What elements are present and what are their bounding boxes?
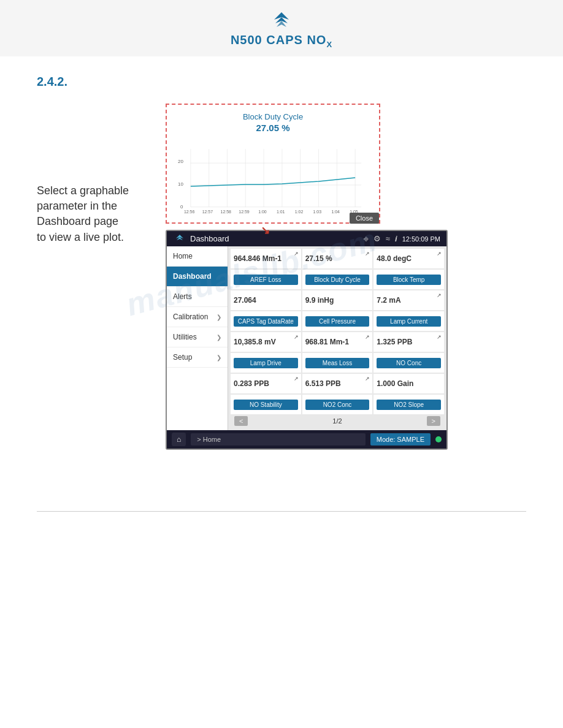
grid-cell-aref-val: 964.846 Mm-1 ↗ [231, 249, 301, 268]
svg-text:1:04: 1:04 [331, 210, 340, 214]
svg-text:1:00: 1:00 [258, 210, 267, 214]
grid-cell-no2c-label[interactable]: NO2 Conc [302, 395, 373, 414]
page-header: N500 CAPS NOX [0, 0, 563, 56]
grid-cell-bdc-label[interactable]: Block Duty Cycle [302, 270, 373, 289]
no2-value: 6.513 PPB [305, 379, 341, 388]
lc-value: 7.2 mA [377, 296, 400, 305]
grid-cell-ld-val: 10,385.8 mV ↗ [231, 332, 301, 352]
nos-graph-icon[interactable]: ↗ [294, 376, 299, 382]
device-sidebar: Home Dashboard Alerts Calibration ❯ [167, 246, 228, 430]
no-graph-icon[interactable]: ↗ [437, 334, 442, 340]
lc-graph-icon[interactable]: ↗ [437, 292, 442, 298]
ctdr-value: 27.064 [234, 296, 256, 305]
ml-graph-icon[interactable]: ↗ [365, 334, 370, 340]
footer-breadcrumb: > Home [191, 433, 365, 446]
bdc-graph-icon[interactable]: ↗ [365, 251, 370, 257]
aref-value: 964.846 Mm-1 [234, 254, 282, 263]
sidebar-label-utilities: Utilities [173, 333, 197, 341]
grid-cell-ml-label[interactable]: Meas Loss [302, 353, 373, 373]
footer-home-button[interactable]: ⌂ [172, 433, 186, 446]
sidebar-item-calibration[interactable]: Calibration ❯ [167, 307, 228, 327]
grid-cell-cp-val: 9.9 inHg [302, 290, 373, 310]
svg-text:1:03: 1:03 [313, 210, 322, 214]
chart-title: Block Duty Cycle [175, 112, 370, 121]
sidebar-item-alerts[interactable]: Alerts [167, 287, 228, 307]
arrow-indicator: ↘ [261, 224, 270, 237]
no2s-value: 1.000 Gain [377, 379, 413, 388]
svg-text:12:59: 12:59 [239, 210, 250, 214]
device-body: Home Dashboard Alerts Calibration ❯ [167, 246, 446, 430]
cell-pressure-button[interactable]: Cell Pressure [305, 316, 370, 327]
aref-graph-icon[interactable]: ↗ [294, 251, 299, 257]
grid-cell-aref-label[interactable]: AREF Loss [231, 270, 301, 289]
no-stability-button[interactable]: NO Stability [234, 400, 298, 410]
dashboard-grid: 964.846 Mm-1 ↗ 27.15 % ↗ 48.0 degC ↗ [231, 249, 444, 414]
sidebar-item-utilities[interactable]: Utilities ❯ [167, 327, 228, 347]
ld-graph-icon[interactable]: ↗ [294, 334, 299, 340]
teledyne-logo-icon [267, 11, 296, 31]
grid-cell-no2sl-label[interactable]: NO2 Slope [373, 395, 444, 414]
meas-loss-button[interactable]: Meas Loss [305, 358, 370, 368]
sidebar-item-home[interactable]: Home [167, 246, 228, 267]
nos-value: 0.283 PPB [234, 379, 269, 388]
sidebar-label-home: Home [173, 252, 193, 260]
caps-tag-datarate-button[interactable]: CAPS Tag DataRate [234, 316, 298, 327]
grid-cell-bt-label[interactable]: Block Temp [373, 270, 444, 289]
grid-cell-nos-label[interactable]: NO Stability [231, 395, 301, 414]
device-main: 964.846 Mm-1 ↗ 27.15 % ↗ 48.0 degC ↗ [228, 246, 446, 430]
page-title: N500 CAPS NOX [231, 33, 332, 49]
grid-cell-cp-label[interactable]: Cell Pressure [302, 311, 373, 331]
sidebar-label-setup: Setup [173, 353, 192, 362]
svg-text:1:02: 1:02 [295, 210, 304, 214]
lamp-current-button[interactable]: Lamp Current [377, 316, 441, 327]
right-content: Block Duty Cycle 27.05 % 0 10 20 [159, 104, 526, 450]
grid-cell-lc-val: 7.2 mA ↗ [373, 290, 444, 310]
cp-value: 9.9 inHg [305, 296, 334, 305]
ld-value: 10,385.8 mV [234, 338, 276, 346]
sidebar-label-dashboard: Dashboard [173, 272, 212, 281]
svg-text:12:56: 12:56 [184, 210, 195, 214]
footer-mode: Mode: SAMPLE [370, 433, 431, 446]
block-duty-cycle-button[interactable]: Block Duty Cycle [305, 275, 370, 285]
grid-cell-bt-val: 48.0 degC ↗ [373, 249, 444, 268]
bdc-value: 27.15 % [305, 254, 332, 263]
grid-cell-ctdr-label[interactable]: CAPS Tag DataRate [231, 311, 301, 331]
bt-value: 48.0 degC [377, 254, 412, 263]
device-time: 12:50:09 PM [402, 235, 440, 243]
sidebar-item-dashboard[interactable]: Dashboard [167, 267, 228, 287]
grid-cell-no2-val: 6.513 PPB ↗ [302, 374, 373, 393]
no2-slope-button[interactable]: NO2 Slope [377, 400, 441, 410]
page-footer-line [37, 511, 526, 512]
setup-chevron-icon: ❯ [216, 354, 221, 361]
grid-cell-lc-label[interactable]: Lamp Current [373, 311, 444, 331]
svg-text:20: 20 [178, 159, 183, 164]
no2-conc-button[interactable]: NO2 Conc [305, 400, 370, 410]
grid-cell-nos-val: 0.283 PPB ↗ [231, 374, 301, 393]
grid-cell-ld-label[interactable]: Lamp Drive [231, 353, 301, 373]
description-text: Select a graphable parameter in the Dash… [37, 104, 159, 245]
pagination-next-button[interactable]: > [427, 416, 440, 426]
svg-text:10: 10 [178, 181, 183, 187]
chart-value: 27.05 % [175, 123, 370, 133]
sidebar-item-setup[interactable]: Setup ❯ [167, 347, 228, 368]
bt-graph-icon[interactable]: ↗ [437, 251, 442, 257]
arrow-container: ↘ [166, 224, 532, 236]
chart-close-button[interactable]: Close [350, 213, 379, 224]
no2-graph-icon[interactable]: ↗ [365, 376, 370, 382]
svg-text:12:58: 12:58 [221, 210, 232, 214]
svg-text:12:57: 12:57 [202, 210, 213, 214]
no-value: 1.325 PPB [377, 338, 412, 346]
chart-popup: Block Duty Cycle 27.05 % 0 10 20 [166, 104, 380, 224]
aref-loss-button[interactable]: AREF Loss [234, 275, 298, 285]
pagination-prev-button[interactable]: < [234, 416, 248, 426]
lamp-drive-button[interactable]: Lamp Drive [234, 358, 298, 368]
svg-text:0: 0 [180, 204, 183, 210]
no-conc-button[interactable]: NO Conc [377, 358, 441, 368]
chart-svg: 0 10 20 [175, 137, 370, 216]
grid-cell-no-label[interactable]: NO Conc [373, 353, 444, 373]
chart-area: 0 10 20 [175, 137, 370, 216]
grid-cell-ctdr-val: 27.064 [231, 290, 301, 310]
block-temp-button[interactable]: Block Temp [377, 275, 441, 285]
calibration-chevron-icon: ❯ [216, 314, 221, 320]
grid-cell-no2s-val: 1.000 Gain [373, 374, 444, 393]
